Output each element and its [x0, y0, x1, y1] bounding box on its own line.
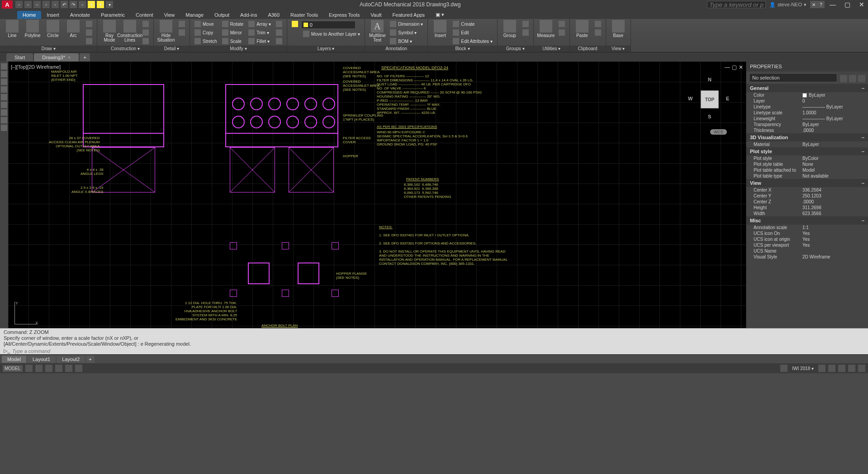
prop-category[interactable]: General– — [746, 84, 868, 92]
panel-layers-label[interactable]: Layers ▾ — [287, 46, 365, 52]
prop-row[interactable]: Plot table typeNot available — [746, 173, 868, 179]
left-tool-5-icon[interactable] — [1, 94, 7, 100]
const-small-1[interactable] — [141, 20, 151, 28]
prop-row[interactable]: Center Z.0000 — [746, 199, 868, 205]
doc-tab-drawing3[interactable]: Drawing3*× — [34, 53, 79, 61]
create-button[interactable]: Create — [451, 20, 494, 28]
tab-parametric[interactable]: Parametric — [95, 11, 130, 19]
layout-tab-layout1[interactable]: Layout1 — [27, 356, 56, 363]
viewcube-top-face[interactable]: TOP — [701, 90, 719, 108]
exchange-icon[interactable]: ✕ — [810, 1, 817, 8]
panel-view-label[interactable]: View ▾ — [606, 46, 631, 52]
status-iso-icon[interactable] — [838, 365, 845, 372]
layer-props-button[interactable] — [290, 20, 300, 28]
tab-vault[interactable]: Vault — [365, 11, 387, 19]
circle-button[interactable]: Circle — [43, 20, 62, 38]
prop-row[interactable]: Thickness.0000 — [746, 127, 868, 133]
symbol-button[interactable]: Symbol ▾ — [388, 28, 425, 37]
status-track-icon[interactable] — [75, 365, 82, 372]
prop-category[interactable]: View– — [746, 179, 868, 187]
prop-row[interactable]: Height311.2698 — [746, 205, 868, 211]
mtext-button[interactable]: AMultiline Text — [368, 20, 387, 42]
prop-row[interactable]: Linetype scale1.0000 — [746, 110, 868, 116]
prop-row[interactable]: UCS per viewportYes — [746, 242, 868, 248]
prop-category[interactable]: Misc– — [746, 216, 868, 225]
status-workspace-dropdown[interactable]: IWI 2018 ▾ — [790, 365, 816, 372]
prop-row[interactable]: Plot styleByColor — [746, 155, 868, 161]
array-button[interactable]: Array ▾ — [247, 20, 273, 28]
qat-saveas-icon[interactable]: ▫ — [43, 1, 50, 8]
editattr-button[interactable]: Edit Attributes ▾ — [451, 37, 494, 45]
props-btn-1-icon[interactable] — [840, 75, 847, 82]
left-tool-3-icon[interactable] — [1, 79, 7, 85]
status-annoscale-icon[interactable] — [818, 365, 825, 372]
prop-row[interactable]: ColorByLayer — [746, 92, 868, 98]
status-clean-icon[interactable] — [848, 365, 855, 372]
panel-modify-label[interactable]: Modify ▾ — [190, 46, 287, 52]
prop-row[interactable]: Linetype————— ByLayer — [746, 104, 868, 110]
line-button[interactable]: Line — [3, 20, 22, 38]
keyword-search-input[interactable] — [707, 1, 766, 8]
tab-home[interactable]: Home — [17, 11, 41, 19]
left-tool-9-icon[interactable] — [1, 125, 7, 131]
panel-block-label[interactable]: Block ▾ — [428, 46, 497, 52]
status-osnap-icon[interactable] — [65, 365, 72, 372]
tab-view[interactable]: View — [159, 11, 180, 19]
prop-category[interactable]: 3D Visualization– — [746, 133, 868, 141]
copy-button[interactable]: Copy — [193, 28, 219, 37]
panel-draw-label[interactable]: Draw ▾ — [0, 46, 97, 52]
rotate-button[interactable]: Rotate — [220, 20, 245, 28]
bom-button[interactable]: BOM ▾ — [388, 37, 425, 45]
qat-open-icon[interactable]: ▫ — [24, 1, 32, 8]
viewport-close-icon[interactable]: ✕ — [739, 64, 743, 70]
command-input[interactable] — [12, 348, 864, 354]
tab-addins[interactable]: Add-ins — [235, 11, 262, 19]
insert-button[interactable]: Insert — [431, 20, 450, 38]
tab-output[interactable]: Output — [209, 11, 235, 19]
layout-tab-model[interactable]: Model — [2, 356, 26, 363]
prop-row[interactable]: Center Y250.1203 — [746, 193, 868, 199]
left-tool-8-icon[interactable] — [1, 117, 7, 123]
app-logo[interactable]: A — [2, 0, 13, 9]
status-snap-icon[interactable] — [35, 365, 43, 372]
signed-in-user[interactable]: 👤 steve-NEO ▾ — [769, 2, 806, 8]
prop-row[interactable]: Layer0 — [746, 98, 868, 104]
status-ortho-icon[interactable] — [45, 365, 52, 372]
prop-category[interactable]: Plot style– — [746, 147, 868, 155]
fillet-button[interactable]: Fillet ▾ — [247, 37, 273, 45]
tab-insert[interactable]: Insert — [41, 11, 65, 19]
tab-manage[interactable]: Manage — [180, 11, 209, 19]
status-lock-icon[interactable] — [828, 365, 835, 372]
tab-express[interactable]: Express Tools — [323, 11, 365, 19]
prop-row[interactable]: TransparencyByLayer — [746, 122, 868, 127]
tab-a360[interactable]: A360 — [262, 11, 285, 19]
layer-dropdown[interactable]: 0 — [301, 21, 356, 29]
prop-row[interactable]: Visual Style2D Wireframe — [746, 254, 868, 260]
prop-row[interactable]: UCS icon OnYes — [746, 230, 868, 236]
wcs-badge[interactable]: WCS — [710, 129, 727, 135]
new-doc-tab-button[interactable]: + — [80, 53, 90, 61]
status-custom-icon[interactable] — [858, 365, 865, 372]
measure-button[interactable]: Measure — [536, 20, 555, 38]
window-close-button[interactable]: ✕ — [857, 1, 866, 8]
properties-selection-dropdown[interactable]: No selection — [749, 73, 837, 82]
qat-layer2-icon[interactable]: ☀ — [97, 1, 104, 8]
scale-button[interactable]: Scale — [220, 37, 245, 45]
polyline-button[interactable]: Polyline — [23, 20, 42, 38]
prop-row[interactable]: Plot style tableNone — [746, 161, 868, 167]
window-maximize-button[interactable]: ▢ — [843, 1, 852, 8]
props-btn-2-icon[interactable] — [849, 75, 856, 82]
draw-small-3[interactable] — [84, 37, 94, 45]
prop-row[interactable]: UCS Name — [746, 248, 868, 254]
qat-undo-icon[interactable]: ↶ — [61, 1, 68, 8]
hidesituation-button[interactable]: Hide Situation — [157, 20, 175, 42]
const-small-2[interactable] — [141, 28, 151, 37]
props-btn-3-icon[interactable] — [858, 75, 865, 82]
prop-row[interactable]: Center X336.2584 — [746, 187, 868, 193]
viewport-minimize-icon[interactable]: — — [725, 64, 730, 70]
qat-new-icon[interactable]: ▫ — [15, 1, 23, 8]
qat-plot-icon[interactable]: ▫ — [52, 1, 59, 8]
left-tool-7-icon[interactable] — [1, 109, 7, 116]
trim-button[interactable]: Trim ▾ — [247, 28, 273, 37]
group-button[interactable]: Group — [500, 20, 519, 38]
